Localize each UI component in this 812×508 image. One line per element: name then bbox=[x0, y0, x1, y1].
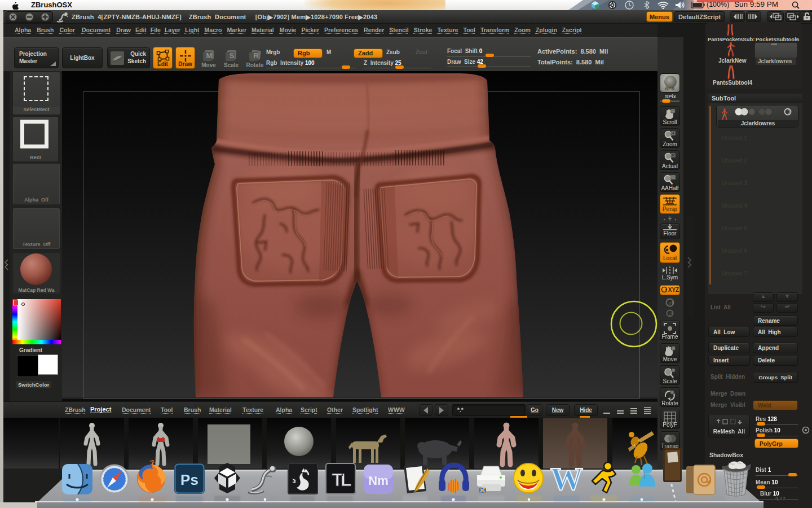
svg-text:S: S bbox=[230, 51, 235, 60]
svg-text:M: M bbox=[206, 51, 213, 60]
svg-text:Ps: Ps bbox=[180, 471, 198, 488]
svg-text:TL: TL bbox=[332, 470, 351, 490]
svg-text:W: W bbox=[550, 461, 583, 497]
svg-text:Z: Z bbox=[669, 312, 672, 316]
svg-text:R: R bbox=[253, 51, 259, 60]
svg-text:Y: Y bbox=[668, 301, 672, 306]
svg-text:Nm: Nm bbox=[368, 474, 388, 488]
